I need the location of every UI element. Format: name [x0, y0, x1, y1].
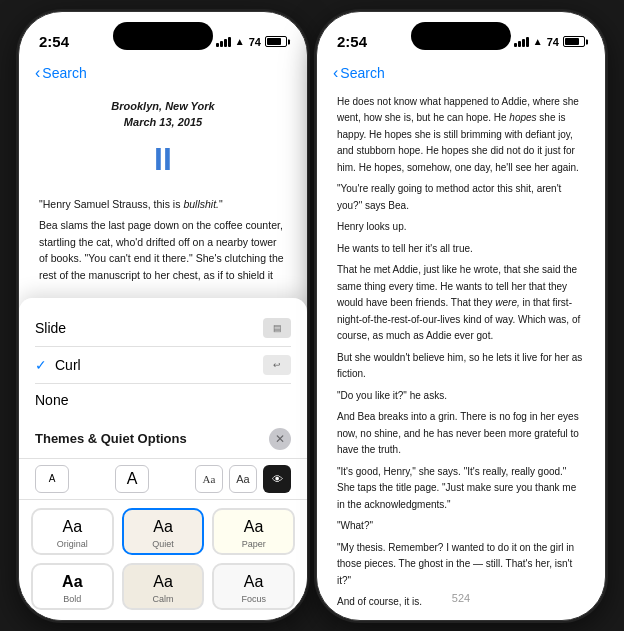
book-text: "Henry Samuel Strauss, this is bullshit.…	[39, 196, 287, 287]
book-para-2: Bea slams the last page down on the coff…	[39, 217, 287, 288]
left-nav-bar: ‹ Search	[19, 62, 307, 88]
left-back-button[interactable]: ‹ Search	[35, 64, 87, 82]
page-number: 524	[452, 592, 470, 604]
right-battery-icon	[563, 36, 585, 47]
left-battery-text: 74	[249, 36, 261, 48]
theme-calm[interactable]: Aa Calm	[122, 563, 205, 610]
left-status-time: 2:54	[39, 33, 69, 50]
right-back-label: Search	[340, 65, 384, 81]
theme-focus[interactable]: Aa Focus	[212, 563, 295, 610]
theme-original-label: Original	[57, 539, 88, 549]
theme-focus-label: Focus	[241, 594, 266, 604]
right-back-chevron-icon: ‹	[333, 64, 338, 82]
right-book-content: He does not know what happened to Addie,…	[317, 88, 605, 618]
theme-calm-aa: Aa	[153, 573, 173, 591]
theme-paper-aa: Aa	[244, 518, 264, 536]
slide-option-none[interactable]: None	[35, 384, 291, 416]
curl-label: Curl	[55, 357, 81, 373]
right-phone: 2:54 ▲ 74 ‹ Search	[316, 11, 606, 621]
themes-title: Themes & Quiet Options	[35, 431, 187, 446]
phones-container: 2:54 ▲ 74 ‹ Search	[18, 11, 606, 621]
back-chevron-icon: ‹	[35, 64, 40, 82]
font-small-button[interactable]: A	[35, 465, 69, 493]
eye-mode-button[interactable]: 👁	[263, 465, 291, 493]
theme-paper-label: Paper	[242, 539, 266, 549]
overlay-panel: Slide ▤ ✓ Curl ↩ None Themes & Quiet Opt…	[19, 298, 307, 620]
right-battery-text: 74	[547, 36, 559, 48]
slide-options: Slide ▤ ✓ Curl ↩ None	[19, 298, 307, 420]
left-phone: 2:54 ▲ 74 ‹ Search	[18, 11, 308, 621]
themes-header: Themes & Quiet Options ✕	[19, 420, 307, 459]
theme-quiet-aa: Aa	[153, 518, 173, 536]
themes-grid: Aa Original Aa Quiet Aa Paper Aa Bold Aa	[19, 500, 307, 620]
signal-bars-icon	[216, 37, 231, 47]
right-status-icons: ▲ 74	[514, 36, 585, 48]
right-wifi-icon: ▲	[533, 36, 543, 47]
theme-paper[interactable]: Aa Paper	[212, 508, 295, 555]
right-para-11: "My thesis. Remember? I wanted to do it …	[337, 540, 585, 590]
theme-bold-label: Bold	[63, 594, 81, 604]
font-style-sans-button[interactable]: Aa	[229, 465, 257, 493]
font-style-serif-button[interactable]: Aa	[195, 465, 223, 493]
book-para-1: "Henry Samuel Strauss, this is bullshit.…	[39, 196, 287, 213]
right-status-time: 2:54	[337, 33, 367, 50]
left-status-icons: ▲ 74	[216, 36, 287, 48]
font-size-row: A A Aa Aa 👁	[19, 459, 307, 500]
slide-icon: ▤	[263, 318, 291, 338]
right-para-3: Henry looks up.	[337, 219, 585, 236]
right-back-button[interactable]: ‹ Search	[333, 64, 385, 82]
book-location: Brooklyn, New YorkMarch 13, 2015	[39, 98, 287, 131]
right-para-2: "You're really going to method actor thi…	[337, 181, 585, 214]
right-dynamic-island	[411, 22, 511, 50]
theme-bold[interactable]: Aa Bold	[31, 563, 114, 610]
right-para-8: And Bea breaks into a grin. There is no …	[337, 409, 585, 459]
theme-original[interactable]: Aa Original	[31, 508, 114, 555]
theme-bold-aa: Aa	[62, 573, 82, 591]
wifi-icon: ▲	[235, 36, 245, 47]
slide-option-slide[interactable]: Slide ▤	[35, 310, 291, 347]
left-book-content: Brooklyn, New YorkMarch 13, 2015 II "Hen…	[19, 88, 307, 288]
none-label: None	[35, 392, 68, 408]
right-para-10: "What?"	[337, 518, 585, 535]
theme-quiet-label: Quiet	[152, 539, 174, 549]
right-para-4: He wants to tell her it's all true.	[337, 241, 585, 258]
right-signal-bars-icon	[514, 37, 529, 47]
font-style-icons: Aa Aa 👁	[195, 465, 291, 493]
right-para-6: But she wouldn't believe him, so he lets…	[337, 350, 585, 383]
right-para-5: That he met Addie, just like he wrote, t…	[337, 262, 585, 345]
dynamic-island	[113, 22, 213, 50]
slide-option-curl[interactable]: ✓ Curl ↩	[35, 347, 291, 384]
checkmark-icon: ✓	[35, 357, 47, 373]
left-back-label: Search	[42, 65, 86, 81]
right-para-13: Henry runs his hands through his but rel…	[337, 616, 585, 618]
book-title-area: Brooklyn, New YorkMarch 13, 2015 II	[39, 98, 287, 185]
theme-quiet[interactable]: Aa Quiet	[122, 508, 205, 555]
curl-icon: ↩	[263, 355, 291, 375]
right-nav-bar: ‹ Search	[317, 62, 605, 88]
font-large-button[interactable]: A	[115, 465, 149, 493]
theme-focus-aa: Aa	[244, 573, 264, 591]
slide-label: Slide	[35, 320, 66, 336]
theme-calm-label: Calm	[152, 594, 173, 604]
battery-icon	[265, 36, 287, 47]
close-button[interactable]: ✕	[269, 428, 291, 450]
right-para-7: "Do you like it?" he asks.	[337, 388, 585, 405]
right-para-1: He does not know what happened to Addie,…	[337, 94, 585, 177]
theme-original-aa: Aa	[63, 518, 83, 536]
chapter-number: II	[39, 135, 287, 185]
right-para-9: "It's good, Henry," she says. "It's real…	[337, 464, 585, 514]
